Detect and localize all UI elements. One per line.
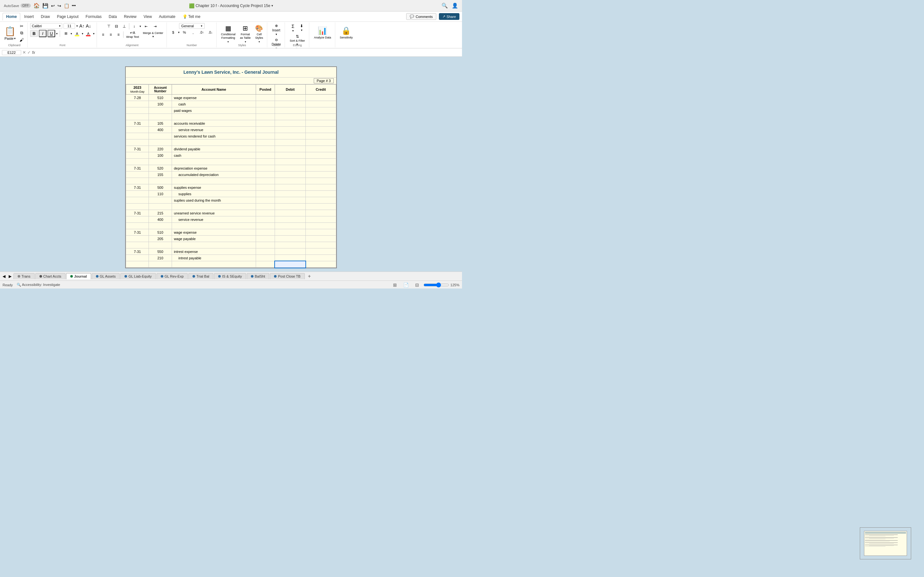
- page-break-view-button[interactable]: ⊟: [413, 282, 421, 288]
- format-table-dropdown[interactable]: ▾: [245, 40, 246, 43]
- format-as-table-button[interactable]: ⊞ Formatas Table ▾: [238, 23, 252, 45]
- credit-cell[interactable]: [305, 203, 336, 210]
- cell-styles-dropdown[interactable]: ▾: [258, 40, 260, 43]
- journal-row[interactable]: 210intrest payable: [126, 255, 336, 261]
- acct-cell[interactable]: 215: [149, 210, 172, 216]
- journal-row[interactable]: [126, 114, 336, 120]
- date-cell[interactable]: [126, 101, 149, 107]
- acct-cell[interactable]: 105: [149, 120, 172, 127]
- credit-cell[interactable]: [305, 159, 336, 165]
- tab-draw[interactable]: Draw: [37, 13, 53, 20]
- date-cell[interactable]: 7-31: [126, 165, 149, 171]
- credit-cell[interactable]: [305, 178, 336, 184]
- journal-row[interactable]: 7-31220dividend payable: [126, 146, 336, 152]
- currency-button[interactable]: $: [170, 30, 177, 35]
- date-cell[interactable]: [126, 223, 149, 229]
- name-cell[interactable]: intrest expense: [172, 248, 256, 255]
- name-cell[interactable]: [172, 159, 256, 165]
- tab-formulas[interactable]: Formulas: [82, 13, 105, 20]
- indent-decrease-button[interactable]: ⇤: [142, 24, 150, 29]
- debit-cell[interactable]: [275, 216, 305, 223]
- journal-row[interactable]: 7-31215unearned service revenue: [126, 210, 336, 216]
- delete-dropdown[interactable]: ▾: [276, 47, 277, 48]
- posted-cell[interactable]: [256, 101, 275, 107]
- name-cell[interactable]: wage expense: [172, 229, 256, 235]
- tab-insert[interactable]: Insert: [21, 13, 37, 20]
- credit-cell[interactable]: [305, 197, 336, 203]
- autosave-toggle[interactable]: OFF: [21, 3, 31, 8]
- date-cell[interactable]: 7-31: [126, 120, 149, 127]
- journal-row[interactable]: 7-31510wage expense: [126, 229, 336, 235]
- cell-styles-button[interactable]: 🎨 CellStyles ▾: [253, 23, 265, 45]
- acct-cell[interactable]: [149, 133, 172, 139]
- debit-cell[interactable]: [275, 203, 305, 210]
- name-cell[interactable]: suplies used during the month: [172, 197, 256, 203]
- journal-row[interactable]: suplies used during the month: [126, 197, 336, 203]
- debit-cell[interactable]: [275, 107, 305, 114]
- italic-button[interactable]: I: [39, 30, 47, 37]
- sheet-tab-is-&-sequity[interactable]: IS & SEquity: [214, 273, 246, 279]
- page-layout-view-button[interactable]: 📄: [401, 282, 411, 288]
- sheet-tab-gl-assets[interactable]: GL Assets: [92, 273, 120, 279]
- undo-icon[interactable]: ↩: [51, 3, 55, 8]
- journal-row[interactable]: 155accumulated depreciation: [126, 171, 336, 178]
- posted-cell[interactable]: [256, 171, 275, 178]
- acct-cell[interactable]: 400: [149, 216, 172, 223]
- date-cell[interactable]: 7-31: [126, 229, 149, 235]
- posted-cell[interactable]: [256, 184, 275, 191]
- journal-row[interactable]: 400service revenue: [126, 216, 336, 223]
- debit-cell[interactable]: [275, 165, 305, 171]
- credit-cell[interactable]: [305, 114, 336, 120]
- align-top-button[interactable]: ⊤: [105, 23, 112, 29]
- align-right-button[interactable]: ≡: [115, 32, 122, 37]
- date-cell[interactable]: [126, 255, 149, 261]
- add-sheet-button[interactable]: +: [305, 273, 313, 280]
- posted-cell[interactable]: [256, 127, 275, 133]
- date-cell[interactable]: [126, 242, 149, 248]
- next-sheet-button[interactable]: ▶: [7, 274, 13, 279]
- name-cell[interactable]: accounts receivable: [172, 120, 256, 127]
- journal-row[interactable]: [126, 203, 336, 210]
- credit-cell[interactable]: [305, 261, 336, 268]
- analyze-data-button[interactable]: 📊 Analyze Data: [312, 25, 333, 40]
- credit-cell[interactable]: [305, 107, 336, 114]
- cond-format-dropdown[interactable]: ▾: [228, 40, 229, 43]
- acct-cell[interactable]: 155: [149, 171, 172, 178]
- acct-cell[interactable]: 110: [149, 191, 172, 197]
- debit-cell[interactable]: [275, 101, 305, 107]
- date-cell[interactable]: [126, 133, 149, 139]
- fill-color-button[interactable]: A: [73, 31, 81, 36]
- copy-button[interactable]: ⧉: [18, 30, 25, 36]
- sheet-tab-chart-accts[interactable]: Chart Accts: [35, 273, 65, 279]
- name-cell[interactable]: cash: [172, 101, 256, 107]
- debit-cell[interactable]: [275, 120, 305, 127]
- posted-cell[interactable]: [256, 95, 275, 101]
- date-cell[interactable]: 7-31: [126, 210, 149, 216]
- credit-cell[interactable]: [305, 139, 336, 146]
- indent-increase-button[interactable]: ⇥: [152, 24, 159, 29]
- credit-cell[interactable]: [305, 191, 336, 197]
- debit-cell[interactable]: [275, 184, 305, 191]
- acct-cell[interactable]: [149, 261, 172, 268]
- name-cell[interactable]: [172, 203, 256, 210]
- posted-cell[interactable]: [256, 203, 275, 210]
- percent-button[interactable]: %: [181, 30, 188, 35]
- paste-button[interactable]: 📋 Paste ▾: [3, 25, 17, 41]
- credit-cell[interactable]: [305, 184, 336, 191]
- journal-row[interactable]: 400service revenue: [126, 127, 336, 133]
- font-size-dropdown[interactable]: ▾: [76, 24, 78, 27]
- home-icon[interactable]: 🏠: [33, 3, 40, 9]
- credit-cell[interactable]: [305, 171, 336, 178]
- redo-icon[interactable]: ↪: [57, 3, 61, 8]
- formula-input[interactable]: [36, 50, 460, 55]
- tab-view[interactable]: View: [141, 13, 155, 20]
- sheet-tab-trial-bal[interactable]: Trial Bal: [188, 273, 213, 279]
- spreadsheet-area[interactable]: Lenny's Lawn Service, Inc. - General Jou…: [0, 57, 462, 271]
- name-cell[interactable]: [172, 261, 256, 268]
- credit-cell[interactable]: [305, 248, 336, 255]
- decrease-font-icon[interactable]: A↓: [86, 23, 91, 29]
- credit-cell[interactable]: [305, 165, 336, 171]
- posted-cell[interactable]: [256, 178, 275, 184]
- autosum-button[interactable]: Σ ▾: [289, 23, 297, 33]
- credit-cell[interactable]: [305, 133, 336, 139]
